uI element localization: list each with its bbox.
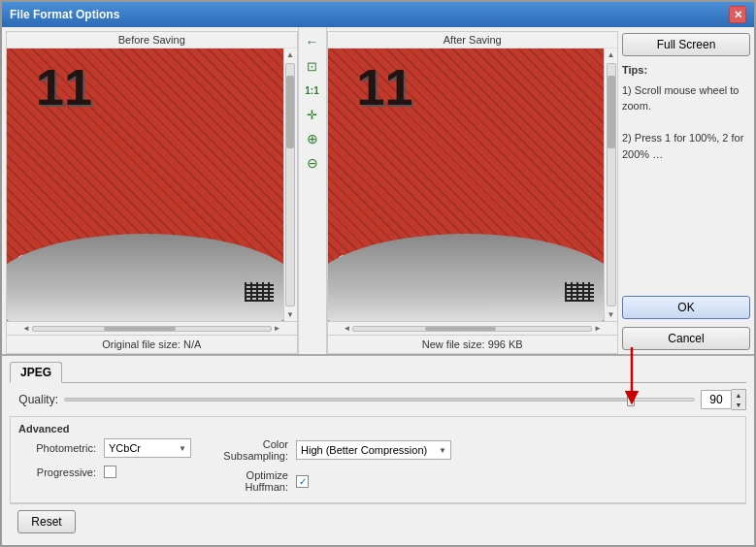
photometric-row: Photometric: YCbCr ▼: [18, 438, 191, 458]
after-image: 11 CD Tutoria: [328, 48, 605, 321]
before-photo: 11 CD Tutoria: [7, 48, 283, 321]
file-format-options-dialog: File Format Options ✕ Before Saving 11 C…: [0, 0, 756, 547]
quality-slider-container: [64, 398, 695, 402]
right-side-panel: Full Screen Tips: 1) Scroll mouse wheel …: [618, 27, 754, 354]
zoom-in-button[interactable]: ⊕: [302, 128, 323, 149]
main-content: Before Saving 11 CD Tutoria ▲: [2, 27, 754, 545]
after-scroll-down[interactable]: ▼: [606, 308, 617, 321]
quality-label: Quality:: [10, 393, 58, 406]
quality-value-box: 90 ▲ ▼: [701, 389, 746, 410]
after-scroll-right[interactable]: ►: [592, 324, 604, 333]
progressive-label: Progressive:: [18, 467, 96, 478]
scroll-left-arrow[interactable]: ◄: [20, 324, 32, 333]
color-sub-value: High (Better Compression): [301, 444, 427, 456]
zoom-toolbar: ← ⊡ 1:1 ✛ ⊕ ⊖: [298, 27, 327, 354]
photometric-select[interactable]: YCbCr ▼: [104, 438, 191, 458]
pan-tool-button[interactable]: ←: [302, 31, 323, 52]
quality-row: Quality:: [10, 389, 746, 410]
after-scrollbar-track[interactable]: [607, 63, 616, 306]
quality-slider[interactable]: [64, 398, 695, 402]
ok-button[interactable]: OK: [622, 296, 750, 319]
tab-bar: JPEG: [10, 362, 746, 383]
before-label: Before Saving: [7, 32, 297, 48]
close-button[interactable]: ✕: [729, 6, 746, 23]
after-label: After Saving: [328, 32, 618, 48]
original-size-value: N/A: [183, 338, 201, 350]
optimize-checkbox-wrapper: [296, 475, 309, 488]
photometric-value: YCbCr: [109, 442, 141, 454]
new-size-value: 996 KB: [488, 338, 523, 350]
new-size-label: New file size:: [422, 338, 485, 350]
optimize-huffman-row: Optimize Huffman:: [211, 469, 451, 493]
preview-area: Before Saving 11 CD Tutoria ▲: [2, 27, 754, 354]
quality-value-display[interactable]: 90: [701, 390, 732, 409]
tips-text-2: 2) Press 1 for 100%, 2 for 200% …: [622, 130, 750, 162]
color-sub-dropdown-arrow: ▼: [439, 446, 446, 455]
photo-arc-decoration: [7, 234, 283, 321]
after-photo-dots: [565, 282, 594, 302]
right-advanced: Color Subsampling: High (Better Compress…: [211, 438, 451, 497]
advanced-section: Advanced Photometric: YCbCr ▼: [10, 416, 746, 503]
after-scrollbar-h[interactable]: ◄ ►: [328, 321, 618, 335]
left-advanced: Photometric: YCbCr ▼ Progressive:: [18, 438, 191, 497]
title-bar: File Format Options ✕: [2, 2, 754, 27]
scroll-right-arrow[interactable]: ►: [272, 324, 283, 333]
slider-thumb: [627, 395, 635, 406]
after-scrollbar-v[interactable]: ▲ ▼: [604, 48, 617, 321]
photo-dots-decoration: [245, 282, 274, 302]
format-row: JPEG Quality:: [10, 362, 746, 503]
dialog-title: File Format Options: [10, 8, 119, 21]
original-size-bar: Original file size: N/A: [7, 335, 297, 353]
pan-tool2-button[interactable]: ✛: [302, 104, 323, 125]
after-scroll-up[interactable]: ▲: [606, 48, 617, 61]
after-panel: After Saving 11 CD Tutoria ▲: [327, 31, 619, 354]
new-size-bar: New file size: 996 KB: [328, 335, 618, 353]
after-h-track[interactable]: [352, 326, 592, 332]
tips-box: Tips: 1) Scroll mouse wheel to zoom. 2) …: [622, 62, 750, 290]
dialog-footer: Reset: [10, 503, 746, 539]
color-sub-select[interactable]: High (Better Compression) ▼: [296, 440, 451, 460]
tips-text-1: 1) Scroll mouse wheel to zoom.: [622, 82, 750, 114]
quality-spin-down[interactable]: ▼: [732, 400, 745, 409]
original-size-label: Original file size:: [102, 338, 181, 350]
progressive-checkbox-wrapper: [104, 466, 116, 478]
after-photo: 11 CD Tutoria: [328, 48, 605, 321]
after-scrollbar-thumb: [608, 76, 615, 148]
h-track[interactable]: [32, 326, 272, 332]
reset-button[interactable]: Reset: [17, 510, 76, 533]
scrollbar-track[interactable]: [285, 63, 295, 306]
photometric-dropdown-arrow: ▼: [179, 444, 186, 453]
optimize-huffman-label: Optimize Huffman:: [211, 469, 288, 493]
jpeg-tab[interactable]: JPEG: [10, 362, 62, 383]
before-image: 11 CD Tutoria: [7, 48, 283, 321]
progressive-checkbox[interactable]: [104, 466, 116, 478]
cancel-button[interactable]: Cancel: [622, 327, 750, 350]
color-sub-label: Color Subsampling:: [211, 438, 288, 462]
optimize-checkbox[interactable]: [296, 475, 309, 488]
before-scrollbar-h[interactable]: ◄ ►: [7, 321, 297, 335]
zoom-out-button[interactable]: ⊖: [302, 152, 323, 174]
h-thumb: [104, 327, 175, 331]
after-photo-arc: [328, 234, 605, 321]
scroll-up-arrow[interactable]: ▲: [284, 48, 296, 61]
before-panel: Before Saving 11 CD Tutoria ▲: [6, 31, 298, 354]
after-scroll-left[interactable]: ◄: [342, 324, 353, 333]
photometric-label: Photometric:: [18, 442, 96, 454]
fit-view-button[interactable]: ⊡: [302, 55, 323, 77]
quality-spin-up[interactable]: ▲: [732, 390, 745, 400]
progressive-row: Progressive:: [18, 466, 191, 478]
format-panel: JPEG Quality:: [10, 362, 746, 503]
photo-number: 11: [36, 58, 92, 116]
bottom-options: JPEG Quality:: [2, 354, 754, 545]
after-h-thumb: [425, 327, 496, 331]
full-screen-button[interactable]: Full Screen: [622, 33, 750, 56]
tips-label: Tips:: [622, 62, 750, 79]
color-subsampling-row: Color Subsampling: High (Better Compress…: [211, 438, 451, 462]
zoom-1to1-button[interactable]: 1:1: [301, 80, 324, 101]
before-scrollbar-v[interactable]: ▲ ▼: [283, 48, 297, 321]
advanced-rows: Photometric: YCbCr ▼ Progressive:: [18, 438, 738, 497]
scrollbar-thumb: [286, 76, 294, 148]
advanced-title: Advanced: [18, 423, 738, 434]
after-photo-number: 11: [357, 58, 413, 116]
scroll-down-arrow[interactable]: ▼: [284, 308, 296, 321]
